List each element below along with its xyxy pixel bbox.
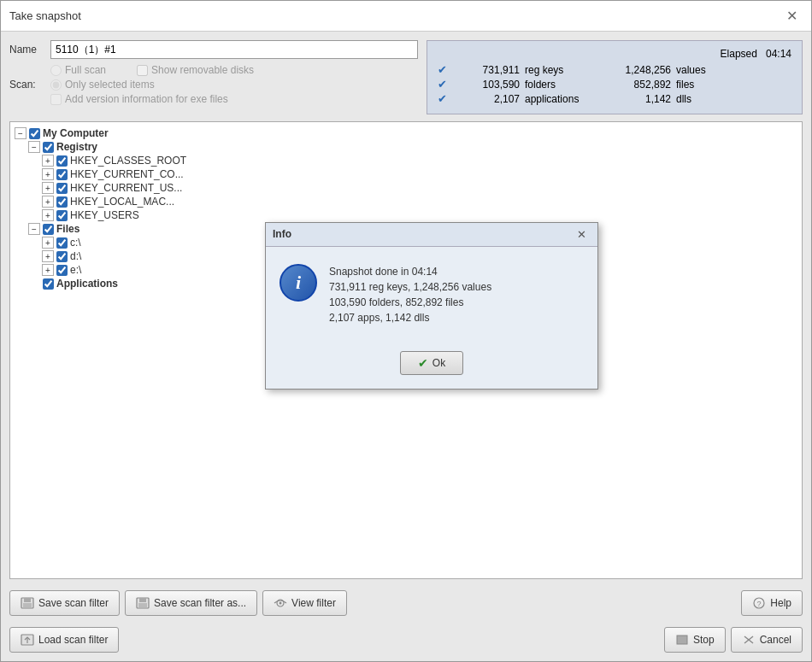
elapsed-row: Elapsed 04:14 — [438, 48, 791, 60]
stop-label: Stop — [693, 634, 715, 646]
tree-checkbox[interactable] — [56, 196, 68, 208]
dialog-body: i Snapshot done in 04:14731,911 reg keys… — [266, 247, 597, 343]
add-version-row: Add version information for exe files — [50, 93, 254, 105]
expand-button[interactable]: − — [28, 223, 40, 235]
expand-button[interactable]: + — [42, 250, 54, 262]
tree-label: e:\ — [70, 264, 81, 276]
svg-rect-1 — [24, 598, 31, 602]
dialog-title: Info — [273, 228, 291, 240]
svg-rect-12 — [677, 636, 687, 644]
full-scan-label: Full scan — [65, 64, 106, 76]
stat-num2: 852,892 — [611, 79, 671, 91]
svg-rect-2 — [23, 603, 32, 607]
elapsed-label: Elapsed — [721, 48, 757, 60]
save-scan-filter-as-button[interactable]: Save scan filter as... — [125, 590, 257, 616]
tree-checkbox[interactable] — [56, 251, 68, 262]
expand-button[interactable]: + — [42, 155, 54, 167]
expand-button[interactable]: + — [42, 209, 54, 221]
save-scan-filter-label: Save scan filter — [38, 597, 109, 609]
expand-button[interactable]: + — [42, 168, 54, 180]
expand-button[interactable]: − — [15, 127, 26, 139]
dialog-message-line: 103,590 folders, 852,892 files — [329, 295, 491, 310]
svg-rect-4 — [139, 598, 146, 602]
tree-label: HKEY_CURRENT_US... — [70, 182, 182, 194]
save-as-icon — [136, 597, 150, 609]
stat-unit: dlls — [676, 93, 791, 105]
help-button[interactable]: ? Help — [741, 590, 803, 616]
dialog-close-button[interactable]: ✕ — [573, 227, 591, 242]
stat-row: ✔ 2,107 applications 1,142 dlls — [438, 92, 791, 105]
stat-row: ✔ 731,911 reg keys 1,248,256 values — [438, 63, 791, 76]
tree-checkbox[interactable] — [56, 265, 68, 276]
window-title: Take snapshot — [9, 9, 81, 22]
tree-label: Applications — [56, 278, 118, 290]
only-selected-label: Only selected items — [65, 79, 155, 91]
elapsed-value: 04:14 — [766, 48, 791, 60]
scan-options: Full scan Show removable disks Only sele… — [50, 64, 254, 105]
only-selected-radio[interactable] — [50, 79, 62, 91]
tree-checkbox[interactable] — [56, 237, 68, 249]
tree-label: HKEY_LOCAL_MAC... — [70, 196, 174, 208]
tree-item: −Registry — [28, 140, 797, 154]
stat-num: 2,107 — [460, 93, 520, 105]
tree-checkbox[interactable] — [56, 155, 68, 167]
stat-type: reg keys — [525, 64, 606, 76]
title-bar: Take snapshot ✕ — [1, 1, 811, 32]
dialog-message: Snapshot done in 04:14731,911 reg keys, … — [329, 264, 491, 325]
tree-item: +HKEY_LOCAL_MAC... — [42, 195, 797, 208]
info-dialog: Info ✕ i Snapshot done in 04:14731,911 r… — [265, 222, 598, 390]
tree-checkbox[interactable] — [56, 183, 68, 194]
load-scan-filter-button[interactable]: Load scan filter — [9, 627, 119, 653]
stat-unit: values — [676, 64, 791, 76]
ok-check-icon: ✔ — [418, 356, 428, 370]
expand-button[interactable]: + — [42, 182, 54, 194]
tree-checkbox[interactable] — [43, 224, 54, 235]
ok-label: Ok — [432, 357, 445, 369]
scan-label: Scan: — [9, 79, 44, 91]
tree-checkbox[interactable] — [56, 169, 68, 180]
add-version-checkbox[interactable] — [50, 94, 62, 105]
stat-check: ✔ — [438, 63, 455, 76]
name-row: Name — [9, 40, 418, 59]
tree-item: +HKEY_CURRENT_US... — [42, 181, 797, 195]
save-scan-filter-button[interactable]: Save scan filter — [9, 590, 120, 616]
tree-checkbox[interactable] — [56, 210, 68, 221]
dialog-message-line: 731,911 reg keys, 1,248,256 values — [329, 279, 491, 295]
tree-label: Registry — [56, 141, 97, 153]
stop-button[interactable]: Stop — [664, 627, 726, 653]
stat-type: folders — [525, 79, 606, 91]
view-filter-button[interactable]: View filter — [262, 590, 347, 616]
add-version-label: Add version information for exe files — [65, 93, 228, 105]
tree-label: Files — [56, 223, 79, 235]
full-scan-radio[interactable] — [50, 65, 62, 76]
tree-checkbox[interactable] — [29, 128, 40, 139]
dialog-message-line: Snapshot done in 04:14 — [329, 264, 491, 279]
tree-label: d:\ — [70, 250, 81, 262]
load-scan-filter-label: Load scan filter — [38, 634, 108, 646]
tree-label: HKEY_CLASSES_ROOT — [70, 155, 186, 167]
ok-button[interactable]: ✔ Ok — [400, 351, 463, 375]
load-icon — [21, 634, 34, 646]
expand-button[interactable]: + — [42, 264, 54, 276]
expand-button[interactable]: − — [28, 141, 40, 153]
stat-check: ✔ — [438, 78, 455, 91]
stat-num2: 1,142 — [611, 93, 671, 105]
footer-buttons: Save scan filter Save scan filter as... … — [9, 586, 803, 616]
expand-button[interactable]: + — [42, 196, 54, 208]
cancel-button[interactable]: Cancel — [731, 627, 803, 653]
info-icon: i — [279, 264, 317, 302]
tree-item: −My Computer — [15, 126, 797, 140]
name-input[interactable] — [50, 40, 418, 59]
top-section: Name Scan: Full scan — [9, 40, 803, 114]
expand-button[interactable]: + — [42, 237, 54, 249]
view-icon — [274, 597, 287, 609]
save-icon — [21, 597, 34, 609]
dialog-message-line: 2,107 apps, 1,142 dlls — [329, 310, 491, 325]
show-removable-checkbox[interactable] — [137, 65, 148, 76]
window-close-button[interactable]: ✕ — [781, 6, 803, 26]
tree-checkbox[interactable] — [43, 278, 54, 290]
cancel-icon — [742, 634, 756, 646]
dialog-footer: ✔ Ok — [266, 343, 597, 389]
tree-checkbox[interactable] — [43, 142, 54, 153]
svg-point-7 — [279, 602, 282, 605]
